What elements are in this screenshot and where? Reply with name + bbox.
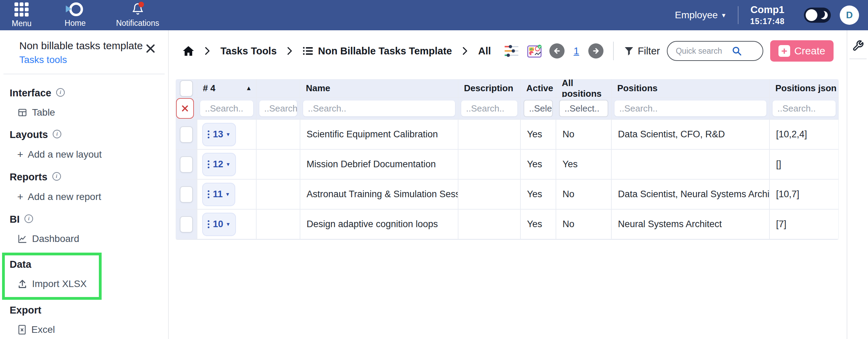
row-all-positions-cell: Yes	[556, 150, 612, 180]
sidebar-item-table[interactable]: Table	[17, 107, 168, 118]
search-id-input[interactable]	[200, 100, 253, 116]
row-active-cell: Yes	[521, 120, 556, 150]
sidebar-subtitle-link[interactable]: Tasks tools	[19, 54, 154, 65]
filter-button[interactable]: Filter	[623, 45, 660, 57]
row-positions-cell: Data Scientist, Neural Systems Architect	[612, 180, 770, 210]
bell-icon	[131, 2, 145, 16]
row-id-cell: 10 ▾	[197, 210, 257, 240]
clear-search-button[interactable]	[176, 98, 194, 119]
header-all-positions[interactable]: All positions	[556, 80, 612, 98]
right-utility-rail	[847, 30, 868, 339]
avatar-initial: D	[846, 10, 853, 21]
search-description-input[interactable]	[461, 100, 517, 116]
row-checkbox[interactable]	[180, 156, 193, 173]
next-page-button[interactable]	[588, 43, 603, 59]
info-icon: i	[56, 88, 65, 97]
notifications-button[interactable]: Notifications	[116, 2, 159, 28]
header-description[interactable]: Description	[458, 80, 521, 98]
header-id[interactable]: # 4 ▲	[197, 80, 257, 98]
row-id-button[interactable]: 13 ▾	[202, 123, 236, 146]
clock: 15:17:48	[750, 17, 785, 26]
row-id-button[interactable]: 11 ▾	[202, 183, 235, 206]
close-icon[interactable]	[145, 43, 156, 55]
rail-divider	[849, 59, 867, 59]
quick-search-input[interactable]	[675, 46, 732, 56]
row-active-cell: Yes	[521, 150, 556, 180]
row-id-button[interactable]: 10 ▾	[202, 213, 236, 236]
row-positions-json-cell: [10,2,4]	[770, 120, 838, 150]
menu-button[interactable]: Menu	[12, 2, 32, 28]
column-settings-icon[interactable]	[503, 44, 520, 58]
plus-icon: +	[17, 191, 23, 203]
row-col2-cell	[257, 210, 300, 240]
sort-asc-icon[interactable]: ▲	[246, 85, 252, 92]
topbar-right: Employee ▾ Comp1 15:17:48 D	[675, 4, 859, 26]
search-col2-input[interactable]	[259, 100, 297, 116]
row-all-positions-cell: No	[556, 210, 612, 240]
sidebar-item-add-layout[interactable]: + Add a new layout	[17, 149, 168, 160]
row-active-cell: Yes	[521, 210, 556, 240]
header-positions-json[interactable]: Positions json	[770, 80, 838, 98]
info-icon: i	[53, 130, 61, 138]
home-button[interactable]: Home	[65, 2, 86, 28]
wrench-icon[interactable]	[852, 40, 864, 53]
header-positions[interactable]: Positions	[612, 80, 770, 98]
search-positions-input[interactable]	[614, 100, 766, 116]
sidebar-item-dashboard[interactable]: Dashboard	[17, 233, 168, 244]
breadcrumb: Tasks Tools Non Billable Tasks Template …	[183, 45, 491, 57]
search-all-positions-select[interactable]	[559, 100, 608, 117]
kebab-icon	[208, 220, 209, 228]
sidebar-item-excel[interactable]: Excel	[17, 324, 168, 335]
header-name[interactable]: Name	[300, 80, 458, 98]
breadcrumb-all[interactable]: All	[478, 45, 491, 57]
search-positions-json-input[interactable]	[773, 100, 836, 116]
topbar: Menu Home Notifications Employee ▾	[0, 0, 868, 30]
row-all-positions-cell: No	[556, 120, 612, 150]
breadcrumb-tasks-tools[interactable]: Tasks Tools	[220, 45, 277, 57]
row-name-cell: Scientific Equipment Calibration	[300, 120, 458, 150]
sidebar-header: Non billable tasks template Tasks tools	[0, 30, 168, 65]
company-name: Comp1	[751, 4, 784, 15]
header-active[interactable]: Active	[521, 80, 556, 98]
role-dropdown[interactable]: Employee ▾	[675, 10, 725, 21]
search-name-cell	[300, 98, 458, 120]
table-row	[176, 180, 197, 210]
home-breadcrumb-icon[interactable]	[183, 45, 194, 56]
report-view-icon[interactable]	[527, 43, 542, 59]
sidebar: Non billable tasks template Tasks tools …	[0, 30, 169, 339]
row-active-cell: Yes	[521, 180, 556, 210]
row-description-cell	[458, 180, 521, 210]
section-interface: Interface i	[10, 87, 168, 99]
breadcrumb-template[interactable]: Non Billable Tasks Template	[303, 45, 452, 57]
plus-square-icon: +	[778, 45, 790, 57]
search-icon[interactable]	[732, 46, 742, 56]
company-block: Comp1 15:17:48	[750, 4, 785, 26]
toggle-knob	[806, 9, 817, 21]
prev-page-button[interactable]	[549, 43, 565, 59]
section-layouts: Layouts i	[10, 129, 168, 140]
row-id-cell: 12 ▾	[197, 150, 257, 180]
table-icon	[17, 108, 28, 117]
main-toolbar: Tasks Tools Non Billable Tasks Template …	[169, 39, 847, 63]
section-bi: BI i	[10, 214, 168, 225]
avatar[interactable]: D	[840, 6, 859, 25]
search-name-input[interactable]	[303, 100, 455, 116]
sidebar-item-import-xlsx[interactable]: Import XLSX	[17, 278, 99, 289]
excel-file-icon	[17, 325, 27, 335]
row-checkbox[interactable]	[180, 126, 193, 143]
row-checkbox[interactable]	[180, 186, 193, 203]
quick-search	[667, 41, 763, 61]
controls-divider	[613, 42, 614, 60]
search-active-select[interactable]	[524, 100, 553, 117]
current-page[interactable]: 1	[574, 45, 579, 57]
row-checkbox[interactable]	[180, 216, 193, 233]
menu-label: Menu	[12, 19, 32, 28]
create-button[interactable]: + Create	[770, 40, 834, 62]
sidebar-item-add-report[interactable]: + Add a new report	[17, 191, 168, 203]
row-id-button[interactable]: 12 ▾	[202, 153, 236, 176]
chart-line-icon	[17, 234, 28, 244]
theme-toggle[interactable]	[804, 8, 831, 23]
select-all-checkbox[interactable]	[180, 80, 193, 97]
table-row	[176, 210, 197, 240]
home-logo-icon	[68, 2, 82, 16]
